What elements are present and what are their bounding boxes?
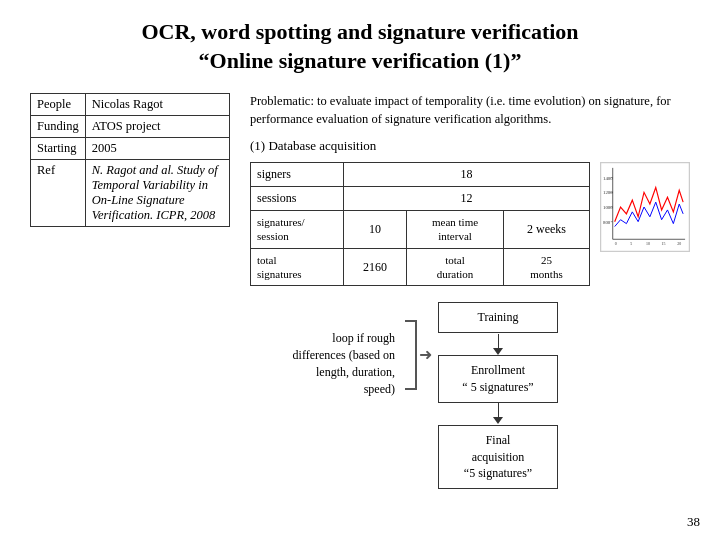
label-ref: Ref	[31, 160, 86, 227]
loop-text: loop if roughdifferences (based onlength…	[250, 302, 405, 397]
table-row: totalsignatures 2160 totalduration 25mon…	[251, 248, 590, 286]
table-row: signers 18	[251, 163, 590, 187]
data-table: signers 18 sessions 12 signatures/sessio…	[250, 162, 590, 286]
sessions-value: 12	[344, 187, 590, 211]
value-funding: ATOS project	[85, 116, 229, 138]
value-starting: 2005	[85, 138, 229, 160]
slide-title: OCR, word spotting and signature verific…	[30, 18, 690, 75]
svg-text:20: 20	[677, 242, 681, 246]
table-row: Starting 2005	[31, 138, 230, 160]
svg-text:1200: 1200	[603, 190, 613, 195]
chart-placeholder: 1400 1200 1000 800 0 5 10 15 20	[600, 162, 690, 252]
sig-session-label: signatures/session	[251, 211, 344, 249]
flow-diagram: Training Enrollment“ 5 signatures” Final…	[438, 302, 558, 489]
svg-text:1000: 1000	[603, 205, 613, 210]
sessions-label: sessions	[251, 187, 344, 211]
title-line1: OCR, word spotting and signature verific…	[30, 18, 690, 47]
signers-label: signers	[251, 163, 344, 187]
label-starting: Starting	[31, 138, 86, 160]
total-sig-label: totalsignatures	[251, 248, 344, 286]
total-dur-value: 25months	[503, 248, 589, 286]
flow-box-final: Finalacquisition“5 signatures”	[438, 425, 558, 489]
data-table-wrapper: signers 18 sessions 12 signatures/sessio…	[250, 162, 690, 286]
svg-rect-0	[601, 163, 689, 251]
signers-value: 18	[344, 163, 590, 187]
flow-arrow-2	[493, 403, 503, 425]
title-line2: “Online signature verification (1)”	[30, 47, 690, 76]
svg-text:0: 0	[615, 242, 617, 246]
value-people: Nicolas Ragot	[85, 94, 229, 116]
svg-text:1400: 1400	[603, 176, 613, 181]
svg-text:15: 15	[662, 242, 666, 246]
loop-brace: ➜	[405, 302, 438, 390]
table-row: sessions 12	[251, 187, 590, 211]
svg-text:10: 10	[646, 242, 650, 246]
mean-time-label: mean timeinterval	[407, 211, 504, 249]
table-row: Ref N. Ragot and al. Study of Temporal V…	[31, 160, 230, 227]
table-row: People Nicolas Ragot	[31, 94, 230, 116]
table-row: signatures/session 10 mean timeinterval …	[251, 211, 590, 249]
value-ref: N. Ragot and al. Study of Temporal Varia…	[85, 160, 229, 227]
flow-box-enrollment: Enrollment“ 5 signatures”	[438, 355, 558, 403]
content-area: People Nicolas Ragot Funding ATOS projec…	[30, 93, 690, 489]
label-people: People	[31, 94, 86, 116]
db-section-title: (1) Database acquisition	[250, 138, 690, 154]
mean-time-value: 2 weeks	[503, 211, 589, 249]
svg-text:800: 800	[603, 220, 611, 225]
sig-session-value: 10	[344, 211, 407, 249]
label-funding: Funding	[31, 116, 86, 138]
total-sig-value: 2160	[344, 248, 407, 286]
svg-text:5: 5	[630, 242, 632, 246]
left-panel: People Nicolas Ragot Funding ATOS projec…	[30, 93, 230, 489]
problematic-text: Problematic: to evaluate impact of tempo…	[250, 93, 690, 128]
total-dur-label: totalduration	[407, 248, 504, 286]
flow-box-training: Training	[438, 302, 558, 333]
flow-arrow-1	[493, 333, 503, 355]
page-number: 38	[687, 514, 700, 530]
flow-area: loop if roughdifferences (based onlength…	[250, 302, 690, 489]
info-table: People Nicolas Ragot Funding ATOS projec…	[30, 93, 230, 227]
right-panel: Problematic: to evaluate impact of tempo…	[250, 93, 690, 489]
slide-container: OCR, word spotting and signature verific…	[0, 0, 720, 540]
table-row: Funding ATOS project	[31, 116, 230, 138]
